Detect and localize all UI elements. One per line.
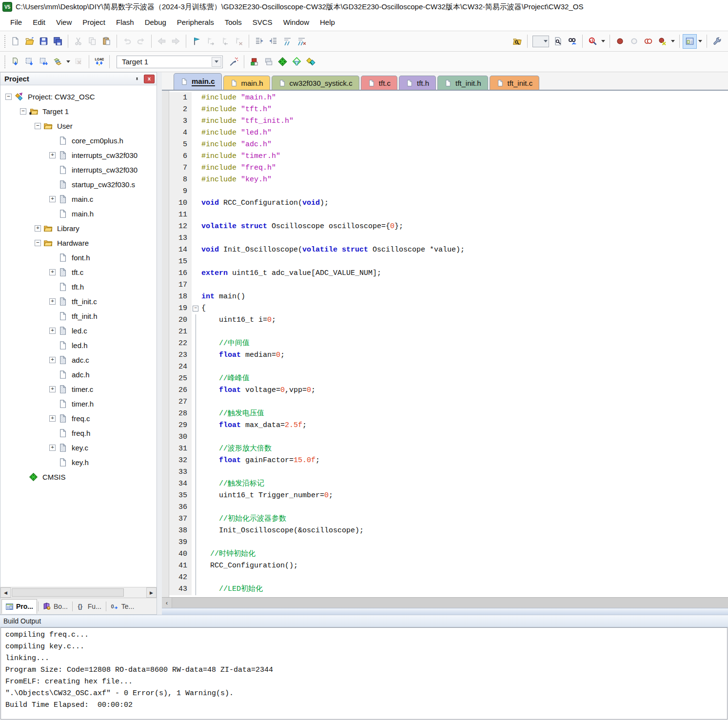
breakpoint-enable-disable-button[interactable]	[627, 34, 641, 49]
line-number[interactable]: 2	[169, 104, 192, 116]
paste-button[interactable]	[99, 34, 114, 49]
fold-margin[interactable]	[192, 572, 200, 584]
line-number[interactable]: 34	[169, 478, 192, 490]
menu-tools[interactable]: Tools	[219, 16, 247, 29]
options-for-target-button[interactable]	[227, 55, 241, 69]
tree-item-freq-h[interactable]: freq.h	[0, 426, 157, 440]
fold-margin[interactable]	[192, 244, 200, 256]
scroll-left-icon[interactable]: ◀	[0, 587, 11, 598]
fold-margin[interactable]	[192, 127, 200, 139]
save-button[interactable]	[37, 34, 51, 49]
fold-margin[interactable]	[192, 584, 200, 595]
uncomment-selection-button[interactable]	[295, 34, 309, 49]
collapse-icon[interactable]: −	[20, 108, 26, 115]
line-number[interactable]: 18	[169, 291, 192, 303]
tree-item-user[interactable]: −User	[0, 118, 157, 133]
bookmark-prev-button[interactable]	[217, 34, 232, 49]
debug-windows-button[interactable]	[247, 55, 261, 69]
fold-margin[interactable]	[192, 209, 200, 221]
build-output-log[interactable]: compiling freq.c...compiling key.c...lin…	[0, 627, 728, 720]
line-number[interactable]: 25	[169, 373, 192, 385]
tree-item-tft-c[interactable]: +tft.c	[0, 265, 157, 279]
editor-tab-tft-init-c[interactable]: tft_init.c	[490, 76, 540, 90]
line-number[interactable]: 32	[169, 455, 192, 467]
fold-margin[interactable]	[192, 174, 200, 186]
line-number[interactable]: 43	[169, 584, 192, 595]
fold-margin[interactable]: −	[192, 303, 200, 314]
expand-icon[interactable]: +	[49, 196, 56, 202]
line-number[interactable]: 38	[169, 525, 192, 537]
cascade-windows-button[interactable]	[261, 55, 275, 69]
fold-margin[interactable]	[192, 478, 200, 490]
breakpoint-kill-all-button-dropdown[interactable]	[669, 34, 676, 49]
start-stop-debug-button-dropdown[interactable]	[600, 34, 607, 49]
rebuild-all-button[interactable]	[37, 55, 51, 69]
fold-margin[interactable]	[192, 291, 200, 303]
manage-rte-button[interactable]	[275, 55, 290, 69]
project-tab[interactable]: Pro...	[1, 599, 37, 614]
menu-peripherals[interactable]: Peripherals	[172, 16, 219, 29]
line-number[interactable]: 20	[169, 314, 192, 326]
line-number[interactable]: 14	[169, 244, 192, 256]
configure-button[interactable]	[710, 34, 724, 49]
expand-icon[interactable]: +	[35, 225, 41, 232]
project-horizontal-scrollbar[interactable]: ◀ ▶	[0, 587, 157, 598]
fold-margin[interactable]	[192, 116, 200, 127]
tree-item-timer-c[interactable]: +timer.c	[0, 382, 157, 396]
chevron-down-icon[interactable]	[212, 57, 221, 67]
fold-margin[interactable]	[192, 548, 200, 560]
fold-margin[interactable]	[192, 385, 200, 396]
fold-margin[interactable]	[192, 139, 200, 151]
batch-build-button-dropdown[interactable]	[65, 55, 72, 69]
line-number[interactable]: 41	[169, 560, 192, 572]
translate-file-button[interactable]	[8, 55, 22, 69]
pin-icon[interactable]	[132, 74, 142, 84]
fold-margin[interactable]	[192, 338, 200, 350]
templates-tab[interactable]: 0Te...	[107, 599, 138, 614]
select-software-packs-button[interactable]	[290, 55, 304, 69]
fold-margin[interactable]	[192, 537, 200, 548]
tree-item-key-c[interactable]: +key.c	[0, 440, 157, 455]
open-file-button[interactable]	[22, 34, 37, 49]
tree-item-adc-h[interactable]: adc.h	[0, 367, 157, 382]
bookmark-next-button[interactable]	[203, 34, 217, 49]
fold-margin[interactable]	[192, 268, 200, 279]
navigate-forward-button[interactable]	[169, 34, 183, 49]
menu-view[interactable]: View	[51, 16, 77, 29]
bookmark-clear-all-button[interactable]	[232, 34, 246, 49]
tree-item-interrupts-cw32f030[interactable]: interrupts_cw32f030	[0, 162, 157, 177]
undo-button[interactable]	[120, 34, 134, 49]
fold-collapse-icon[interactable]: −	[193, 306, 198, 311]
functions-tab[interactable]: {}Fu...	[74, 599, 105, 614]
books-tab[interactable]: ?Bo...	[39, 599, 71, 614]
fold-margin[interactable]	[192, 350, 200, 361]
editor-tab-tft-h[interactable]: tft.h	[399, 76, 436, 90]
line-number[interactable]: 24	[169, 361, 192, 373]
stop-build-button[interactable]	[72, 55, 86, 69]
menu-svcs[interactable]: SVCS	[247, 16, 278, 29]
editor-tab-tft-init-h[interactable]: tft_init.h	[437, 76, 488, 90]
line-number[interactable]: 28	[169, 408, 192, 420]
fold-margin[interactable]	[192, 279, 200, 291]
fold-margin[interactable]	[192, 361, 200, 373]
line-number[interactable]: 3	[169, 116, 192, 127]
menu-help[interactable]: Help	[315, 16, 340, 29]
download-load-button[interactable]: LOAD	[92, 55, 106, 69]
fold-margin[interactable]	[192, 490, 200, 502]
new-file-button[interactable]	[8, 34, 22, 49]
comment-selection-button[interactable]	[280, 34, 295, 49]
pack-installer-button[interactable]	[304, 55, 318, 69]
tree-item-core-cm0plus-h[interactable]: core_cm0plus.h	[0, 133, 157, 148]
line-number[interactable]: 4	[169, 127, 192, 139]
tree-item-led-c[interactable]: +led.c	[0, 323, 157, 338]
tree-item-tft-init-h[interactable]: tft_init.h	[0, 309, 157, 323]
tree-item-font-h[interactable]: font.h	[0, 250, 157, 265]
fold-margin[interactable]	[192, 151, 200, 162]
expand-icon[interactable]: +	[49, 445, 56, 451]
line-number[interactable]: 11	[169, 209, 192, 221]
line-number[interactable]: 7	[169, 162, 192, 174]
line-number[interactable]: 35	[169, 490, 192, 502]
expand-icon[interactable]: +	[49, 357, 56, 363]
expand-icon[interactable]: +	[49, 269, 56, 275]
line-number[interactable]: 10	[169, 197, 192, 209]
